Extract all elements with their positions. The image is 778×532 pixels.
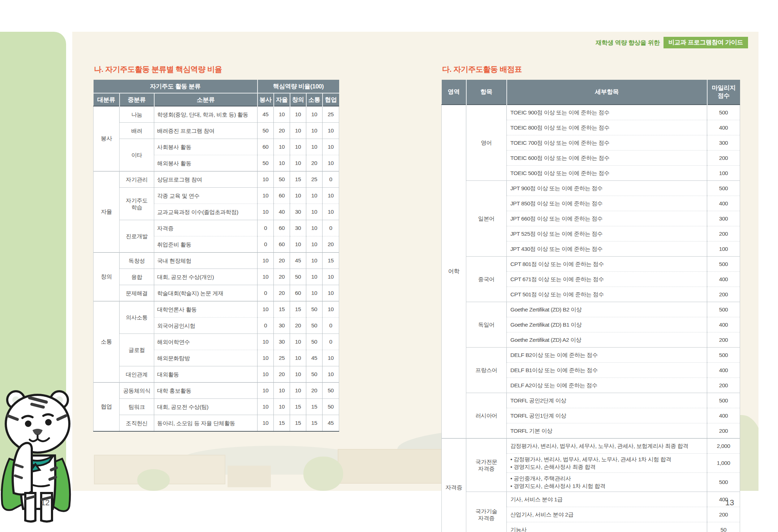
table-cell-score: 500 — [707, 473, 740, 492]
table-cell-num: 50 — [274, 171, 290, 188]
detail-line: Goethe Zertifikat (ZD) B1 이상 — [510, 321, 703, 328]
table-cell-score: 200 — [707, 226, 740, 241]
table-cell-mid: 글로컬 — [120, 334, 154, 366]
table-cell-sub: 해외봉사 활동 — [154, 155, 258, 171]
table-cell-num: 10 — [258, 301, 274, 318]
table-cell-num: 20 — [274, 366, 290, 383]
competency-ratio-table: 자기주도 활동 분류 핵심역량 비율(100) 대분류 중분류 소분류 봉사 자… — [93, 80, 339, 432]
table-cell-detail: TOEIC 500점 이상 또는 이에 준하는 점수 — [507, 166, 707, 181]
column-header-cooperation: 협업 — [323, 93, 339, 106]
table-cell-num: 15 — [306, 415, 323, 432]
table-row: 중국어CPT 801점 이상 또는 이에 준하는 점수500 — [442, 257, 740, 272]
table-cell-region: 어학 — [442, 105, 466, 439]
table-cell-num: 10 — [290, 350, 306, 366]
table-cell-detail: TORFL 기본 이상 — [507, 423, 707, 439]
table-cell-num: 0 — [258, 285, 274, 301]
table-cell-num: 30 — [274, 334, 290, 350]
table-cell-score: 100 — [707, 241, 740, 257]
header-tag-prefix: 재학생 역량 향상을 위한 — [596, 39, 660, 47]
table-cell-detail: 기능사 — [507, 522, 707, 532]
table-cell-score: 400 — [707, 317, 740, 332]
table-row: 자격증국가전문 자격증감정평가사, 변리사, 법무사, 세무사, 노무사, 관세… — [442, 439, 740, 454]
table-cell-num: 0 — [258, 318, 274, 334]
competency-table-body: 봉사나눔학생회(중앙, 단대, 학과, 비호 등) 활동4510101025배려… — [94, 106, 339, 431]
table-row: 진로개발자격증06030100 — [94, 220, 339, 236]
score-table-title: 다. 자기주도활동 배점표 — [442, 64, 740, 74]
table-cell-major: 소통 — [94, 301, 120, 383]
detail-line: TOEIC 800점 이상 또는 이에 준하는 점수 — [510, 124, 703, 131]
table-cell-num: 10 — [306, 204, 323, 220]
table-cell-detail: TOEIC 600점 이상 또는 이에 준하는 점수 — [507, 151, 707, 166]
table-cell-major: 창의 — [94, 253, 120, 301]
column-header-mid: 중분류 — [120, 93, 154, 106]
table-cell-num: 10 — [258, 415, 274, 432]
table-cell-detail: Goethe Zertifikat (ZD) B1 이상 — [507, 317, 707, 332]
table-cell-num: 50 — [306, 334, 323, 350]
table-row: 자기주도 학습각종 교육 및 연수1060101010 — [94, 188, 339, 204]
header-tag-label: 비교과 프로그램참여 가이드 — [664, 37, 748, 48]
table-cell-detail: DELF A2이상 또는 이에 준하는 점수 — [507, 378, 707, 393]
table-cell-detail: TOEIC 700점 이상 또는 이에 준하는 점수 — [507, 135, 707, 151]
table-cell-num: 50 — [306, 366, 323, 383]
table-cell-detail: • 감정평가사, 변리사, 법무사, 세무사, 노무사, 관세사 1차 시험 합… — [507, 454, 707, 473]
column-header-sub: 소분류 — [154, 93, 258, 106]
table-cell-sub: 교과교육과정 이수(졸업초과학점) — [154, 204, 258, 220]
table-row: 이타사회봉사 활동6010101010 — [94, 139, 339, 155]
detail-line: JPT 525점 이상 또는 이에 준하는 점수 — [510, 230, 703, 237]
table-cell-num: 10 — [323, 301, 339, 318]
detail-line: TOEIC 600점 이상 또는 이에 준하는 점수 — [510, 154, 703, 162]
table-cell-detail: JPT 850점 이상 또는 이에 준하는 점수 — [507, 196, 707, 211]
table-cell-detail: TOEIC 900점 이상 또는 이에 준하는 점수 — [507, 105, 707, 120]
table-cell-sub: 대외활동 — [154, 366, 258, 383]
table-row: 국가기술 자격증기사, 서비스 분야 1급400 — [442, 492, 740, 507]
table-cell-score: 400 — [707, 196, 740, 211]
table-cell-num: 50 — [290, 269, 306, 285]
table-cell-detail: DELF B1이상 또는 이에 준하는 점수 — [507, 363, 707, 378]
table-cell-score: 200 — [707, 507, 740, 522]
table-cell-num: 60 — [274, 188, 290, 204]
table-cell-score: 500 — [707, 393, 740, 408]
table-cell-detail: TORFL 공인2단계 이상 — [507, 393, 707, 408]
table-cell-detail: TORFL 공인1단계 이상 — [507, 408, 707, 423]
table-cell-num: 15 — [290, 301, 306, 318]
table-cell-num: 15 — [274, 415, 290, 432]
table-cell-num: 0 — [323, 334, 339, 350]
table-cell-num: 0 — [323, 220, 339, 236]
table-cell-num: 10 — [290, 139, 306, 155]
table-cell-num: 10 — [306, 188, 323, 204]
table-cell-num: 10 — [306, 253, 323, 269]
table-cell-num: 10 — [290, 155, 306, 171]
column-header-detail: 세부항목 — [507, 80, 707, 105]
table-cell-num: 10 — [306, 123, 323, 139]
table-cell-detail: JPT 525점 이상 또는 이에 준하는 점수 — [507, 226, 707, 241]
detail-line: 기능사 — [510, 526, 703, 532]
table-cell-detail: • 공인중개사, 주택관리사• 경영지도사, 손해사정사 1차 시험 합격 — [507, 473, 707, 492]
column-header-region: 영역 — [442, 80, 466, 105]
table-cell-major: 협업 — [94, 383, 120, 432]
table-cell-num: 10 — [323, 188, 339, 204]
table-cell-sub: 대학 홍보활동 — [154, 383, 258, 399]
table-row: 소통의사소통대학언론사 활동1015155010 — [94, 301, 339, 318]
column-header-major: 대분류 — [94, 93, 120, 106]
table-cell-num: 10 — [274, 399, 290, 415]
table-cell-num: 20 — [274, 285, 290, 301]
detail-line: • 경영지도사, 손해사정사 최종 합격 — [510, 463, 703, 471]
table-row: 문제해결학술대회(학술지) 논문 게재020601010 — [94, 285, 339, 301]
score-allocation-section: 다. 자기주도활동 배점표 영역 항목 세부항목 마일리지 점수 어학영어TOE… — [441, 64, 740, 532]
detail-line: DELF B1이상 또는 이에 준하는 점수 — [510, 366, 703, 374]
table-cell-sub: 국내 현장체험 — [154, 253, 258, 269]
table-cell-num: 20 — [290, 318, 306, 334]
table-cell-score: 500 — [707, 181, 740, 196]
table-cell-num: 10 — [290, 383, 306, 399]
competency-ratio-section: 나. 자기주도활동 분류별 핵심역량 비율 자기주도 활동 분류 핵심역량 비율… — [93, 64, 339, 432]
detail-line: Goethe Zertifikat (ZD) B2 이상 — [510, 306, 703, 313]
table-cell-num: 50 — [306, 318, 323, 334]
table-cell-sub: 외국어공인시험 — [154, 318, 258, 334]
table-cell-sub: 해외어학연수 — [154, 334, 258, 350]
table-cell-item: 독일어 — [466, 302, 507, 348]
table-cell-num: 10 — [258, 366, 274, 383]
table-cell-mid: 독창성 — [120, 253, 154, 269]
competency-table-title: 나. 자기주도활동 분류별 핵심역량 비율 — [94, 64, 339, 74]
detail-line: JPT 900점 이상 또는 이에 준하는 점수 — [510, 184, 703, 192]
table-cell-score: 500 — [707, 257, 740, 272]
